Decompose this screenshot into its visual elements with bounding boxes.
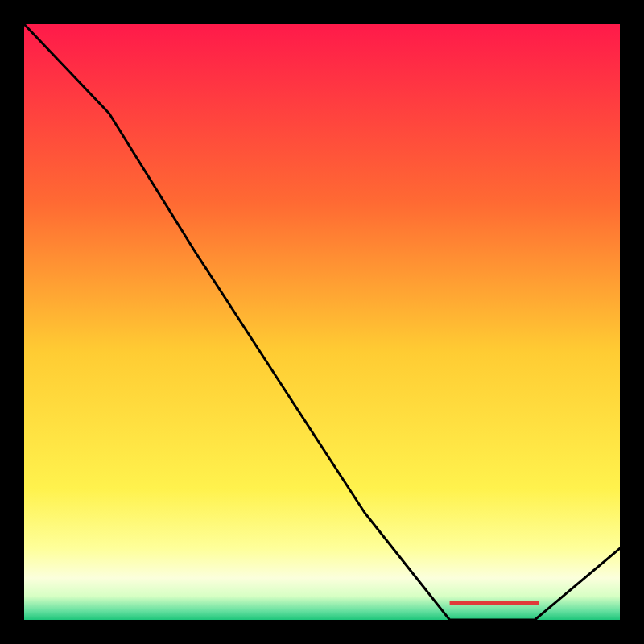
chart-container: TheBottleneck.com (0, 0, 644, 644)
frame-left (0, 0, 24, 644)
plot-background (24, 24, 620, 620)
frame-right (620, 0, 644, 644)
frame-top (0, 0, 644, 24)
frame-bottom (0, 620, 644, 644)
bottleneck-heatmap-chart (0, 0, 644, 644)
valley-label-bar (450, 601, 539, 605)
